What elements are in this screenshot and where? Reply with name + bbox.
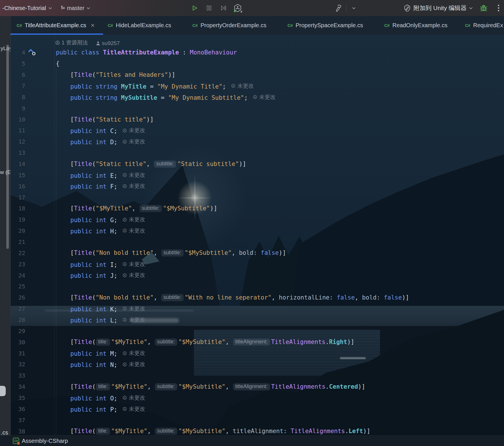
token-str: "Static title" bbox=[96, 116, 146, 123]
code-text[interactable]: public int D;未更改 bbox=[54, 138, 504, 146]
token-k: false bbox=[384, 294, 402, 301]
unity-playmode-widget[interactable] bbox=[233, 3, 242, 13]
unity-unchanged-hint[interactable]: 未更改 bbox=[123, 394, 145, 402]
code-text[interactable]: [Title("Non bold title", subtitle:"With … bbox=[54, 294, 504, 301]
inlay-parameter-hint[interactable]: title: bbox=[96, 339, 110, 346]
tab-label: PropertyOrderExample.cs bbox=[200, 22, 266, 29]
code-text[interactable]: public int J;未更改 bbox=[54, 271, 504, 279]
build-button[interactable] bbox=[334, 3, 344, 13]
inlay-parameter-hint[interactable]: titleAlignment: bbox=[233, 339, 270, 346]
code-text[interactable]: public int P;未更改 bbox=[54, 405, 504, 413]
code-text[interactable]: public int I;未更改 bbox=[54, 261, 504, 268]
build-options-button[interactable] bbox=[349, 3, 358, 13]
background-scrollbar-thumb[interactable] bbox=[0, 386, 6, 396]
vcs-branch-widget[interactable]: master bbox=[61, 3, 90, 13]
code-text[interactable]: public int K;未更改 bbox=[54, 305, 504, 313]
unity-unchanged-hint[interactable]: 未更改 bbox=[123, 138, 145, 145]
token-k: public int bbox=[56, 395, 110, 402]
gutter bbox=[25, 414, 54, 426]
code-text[interactable]: public class TitleAttributeExample : Mon… bbox=[54, 49, 504, 56]
code-text[interactable]: [Title(title:"$MyTitle", subtitle:"$MySu… bbox=[54, 383, 504, 390]
inlay-parameter-hint[interactable]: subtitle: bbox=[154, 161, 176, 168]
code-text[interactable]: [Title("Static title", subtitle:"Static … bbox=[54, 161, 504, 168]
inlay-parameter-hint[interactable]: subtitle: bbox=[155, 428, 177, 435]
code-text[interactable]: [Title("Non bold title", subtitle:"$MySu… bbox=[54, 249, 504, 257]
inlay-parameter-hint[interactable]: titleAlignment: bbox=[233, 383, 270, 390]
code-text[interactable]: [Title("Titles and Headers")] bbox=[54, 71, 504, 78]
step-button[interactable] bbox=[219, 3, 228, 13]
unity-unchanged-hint[interactable]: 未更改 bbox=[231, 82, 254, 90]
code-area[interactable]: 1 资源用法 su9257 4public class TitleAttribu… bbox=[11, 35, 504, 435]
play-button[interactable] bbox=[190, 3, 199, 13]
code-text[interactable]: public int O;未更改 bbox=[54, 394, 504, 402]
csharp-file-icon: C# bbox=[465, 23, 470, 28]
tab-readonlyexample-cs[interactable]: C#ReadOnlyExample.cs bbox=[380, 16, 460, 35]
gutter bbox=[25, 125, 54, 136]
inlay-parameter-hint[interactable]: subtitle: bbox=[155, 383, 177, 390]
inlay-parameter-hint[interactable]: title: bbox=[96, 383, 110, 390]
unity-icon bbox=[123, 228, 127, 233]
inlay-parameter-hint[interactable]: subtitle: bbox=[161, 249, 184, 257]
token-pn: )] bbox=[363, 428, 370, 435]
inlay-parameter-hint[interactable]: subtitle: bbox=[155, 339, 177, 346]
tab-hidelabelexample-cs[interactable]: C#HideLabelExample.cs bbox=[103, 16, 188, 35]
code-text[interactable]: public int H;未更改 bbox=[54, 227, 504, 235]
code-text[interactable]: public int N;未更改 bbox=[54, 361, 504, 368]
code-text[interactable]: public int L;未更改 bbox=[54, 316, 504, 324]
more-actions-button[interactable] bbox=[494, 3, 503, 13]
unity-unchanged-hint[interactable]: 未更改 bbox=[123, 127, 145, 134]
project-widget[interactable]: -Chinese-Tutorial bbox=[2, 3, 52, 13]
gutter bbox=[25, 381, 54, 392]
code-text[interactable]: public string MySubtitle = "My Dynamic S… bbox=[54, 93, 504, 101]
unity-icon bbox=[123, 262, 127, 266]
code-text[interactable]: public int F;未更改 bbox=[54, 182, 504, 190]
code-text[interactable]: public int E;未更改 bbox=[54, 171, 504, 179]
unity-icon bbox=[253, 95, 257, 99]
unity-unchanged-hint[interactable]: 未更改 bbox=[123, 349, 145, 357]
tab-titleattributeexample-cs[interactable]: C#TitleAttributeExample.cs✕ bbox=[11, 16, 103, 35]
code-line: 18 [Title("$MyTitle", subtitle:"$MySubti… bbox=[11, 203, 504, 214]
unity-unchanged-hint[interactable]: 未更改 bbox=[123, 271, 145, 279]
unity-unchanged-hint[interactable]: 未更改 bbox=[123, 261, 145, 268]
code-text[interactable]: [Title(title:"$MyTitle", subtitle:"$MySu… bbox=[54, 428, 504, 435]
line-number: 24 bbox=[11, 272, 25, 279]
unity-unchanged-hint[interactable]: 未更改 bbox=[123, 216, 145, 223]
code-text[interactable]: [Title("Static title")] bbox=[54, 116, 504, 123]
code-text[interactable]: { bbox=[54, 60, 504, 67]
tab-propertyorderexample-cs[interactable]: C#PropertyOrderExample.cs bbox=[188, 16, 283, 35]
inlay-parameter-hint[interactable]: title: bbox=[96, 428, 110, 435]
code-text[interactable]: [Title(title:"$MyTitle", subtitle:"$MySu… bbox=[54, 339, 504, 346]
code-text[interactable]: public int G;未更改 bbox=[54, 216, 504, 224]
inlay-parameter-hint[interactable]: subtitle: bbox=[161, 294, 184, 301]
code-vision-usages[interactable]: 1 资源用法 bbox=[55, 39, 88, 46]
code-text[interactable]: public int M;未更改 bbox=[54, 349, 504, 357]
code-vision-author[interactable]: su9257 bbox=[96, 40, 120, 46]
unity-unchanged-hint[interactable]: 未更改 bbox=[123, 405, 145, 413]
token-pn: [ bbox=[56, 161, 74, 167]
unity-unchanged-hint[interactable]: 未更改 bbox=[123, 305, 145, 312]
code-text[interactable]: [Title("$MyTitle", subtitle:"$MySubtitle… bbox=[54, 205, 504, 212]
token-pn: ; bbox=[114, 350, 117, 357]
status-module-label[interactable]: Assembly-CSharp bbox=[22, 438, 68, 444]
run-configuration-selector[interactable]: 附加到 Unity 编辑器 bbox=[403, 3, 473, 13]
hammer-icon bbox=[335, 4, 343, 12]
implements-marker-icon[interactable] bbox=[32, 51, 36, 56]
unity-unchanged-hint[interactable]: 未更改 bbox=[123, 182, 145, 190]
tab-propertyspaceexample-cs[interactable]: C#PropertySpaceExample.cs bbox=[283, 16, 380, 35]
unity-unchanged-hint[interactable]: 未更改 bbox=[123, 361, 145, 368]
inlay-parameter-hint[interactable]: subtitle: bbox=[139, 205, 162, 212]
line-number: 26 bbox=[11, 294, 25, 301]
pause-button[interactable] bbox=[204, 3, 214, 13]
unity-unchanged-hint[interactable]: 未更改 bbox=[123, 171, 145, 179]
code-line: 10 [Title("Static title")] bbox=[11, 114, 504, 125]
unity-unchanged-hint[interactable]: 未更改 bbox=[123, 227, 145, 234]
code-text[interactable]: public int C;未更改 bbox=[54, 127, 504, 134]
unity-unchanged-hint[interactable]: 未更改 bbox=[123, 316, 145, 324]
code-text[interactable]: public string MyTitle = "My Dynamic Titl… bbox=[54, 82, 504, 90]
tab-requiredex[interactable]: C#RequiredEx bbox=[460, 16, 504, 35]
close-icon[interactable]: ✕ bbox=[90, 22, 95, 29]
token-clsq: TitleAttributeExample bbox=[103, 49, 179, 56]
debug-button[interactable] bbox=[479, 3, 488, 13]
unity-unchanged-hint[interactable]: 未更改 bbox=[253, 93, 275, 101]
background-scrollbar[interactable] bbox=[6, 45, 9, 249]
